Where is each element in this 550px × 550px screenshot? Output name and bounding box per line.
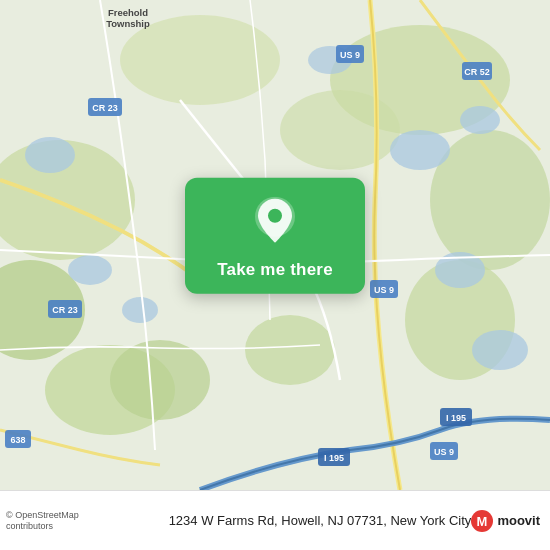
address-text: 1234 W Farms Rd, Howell, NJ 07731, New Y… [169,513,472,528]
svg-text:CR 52: CR 52 [464,67,490,77]
svg-text:M: M [477,514,488,529]
svg-text:Township: Township [106,18,150,29]
moovit-label: moovit [497,513,540,528]
svg-point-15 [460,106,500,134]
map-container: CR 23 CR 23 US 9 US 9 US 9 CR 52 I 195 I… [0,0,550,490]
svg-text:US 9: US 9 [374,285,394,295]
svg-point-9 [110,340,210,420]
take-me-there-button[interactable]: Take me there [217,260,333,280]
map-pin-icon [253,197,297,249]
svg-text:US 9: US 9 [340,50,360,60]
svg-text:CR 23: CR 23 [92,103,118,113]
bottom-bar: © OpenStreetMap contributors 1234 W Farm… [0,490,550,550]
svg-point-40 [268,209,282,223]
svg-text:Freehold: Freehold [108,7,148,18]
svg-text:I 195: I 195 [446,413,466,423]
location-card: Take me there [185,178,365,294]
address-section: © OpenStreetMap contributors [6,510,169,532]
svg-point-14 [390,130,450,170]
location-icon-wrap [248,196,302,250]
svg-point-8 [280,90,400,170]
svg-text:US 9: US 9 [434,447,454,457]
svg-point-13 [122,297,158,323]
svg-point-11 [25,137,75,173]
svg-point-17 [472,330,528,370]
svg-text:638: 638 [10,435,25,445]
svg-text:I 195: I 195 [324,453,344,463]
osm-credit: © OpenStreetMap contributors [6,510,96,532]
svg-point-12 [68,255,112,285]
moovit-logo: M moovit [471,510,540,532]
svg-point-10 [245,315,335,385]
svg-text:CR 23: CR 23 [52,305,78,315]
moovit-icon: M [471,510,493,532]
